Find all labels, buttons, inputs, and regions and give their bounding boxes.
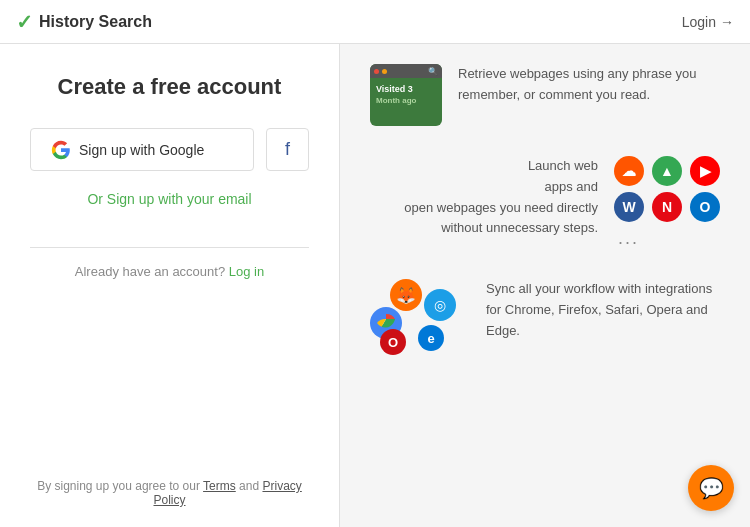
- header-left: ✓ History Search: [16, 10, 152, 34]
- terms-link[interactable]: Terms: [203, 479, 236, 493]
- signup-panel: Create a free account Sign up with Googl…: [0, 44, 340, 527]
- search-icon: 🔍: [428, 67, 438, 76]
- google-button-label: Sign up with Google: [79, 142, 204, 158]
- login-arrow-icon: →: [720, 14, 734, 30]
- create-account-title: Create a free account: [58, 74, 282, 100]
- chat-icon: 💬: [699, 476, 724, 500]
- already-account-text: Already have an account? Log in: [75, 264, 264, 279]
- google-icon: [51, 140, 71, 160]
- login-button[interactable]: Login →: [682, 14, 734, 30]
- netflix-icon: N: [652, 192, 682, 222]
- terms-text: By signing up you agree to our Terms and…: [30, 459, 309, 507]
- dot-red: [374, 69, 379, 74]
- feature3-description: Sync all your workflow with integrations…: [486, 279, 720, 341]
- apps-row-2: W N O: [614, 192, 720, 222]
- feature-apps: Launch webapps andopen webpages you need…: [370, 156, 720, 249]
- feature-sync: 🦊 ◎ O e Sync all your: [370, 279, 720, 354]
- or-divider: Or Sign up with your email: [87, 191, 251, 207]
- main-content: Create a free account Sign up with Googl…: [0, 44, 750, 527]
- outlook-icon: O: [690, 192, 720, 222]
- card-visited-label: Visited 3: [376, 84, 436, 96]
- googledrive-icon: ▲: [652, 156, 682, 186]
- apps-row-1: ☁ ▲ ▶: [614, 156, 720, 186]
- page-card-header: 🔍: [370, 64, 442, 78]
- firefox-icon: 🦊: [390, 279, 422, 311]
- word-icon: W: [614, 192, 644, 222]
- more-apps-dots: ...: [614, 228, 720, 249]
- google-signup-button[interactable]: Sign up with Google: [30, 128, 254, 171]
- logo-icon: ✓: [16, 10, 33, 34]
- soundcloud-icon: ☁: [614, 156, 644, 186]
- apps-and-text: apps and: [545, 179, 599, 194]
- opera-icon: O: [380, 329, 406, 355]
- login-label: Login: [682, 14, 716, 30]
- apps-container: ☁ ▲ ▶ W N O ...: [614, 156, 720, 249]
- feature1-description: Retrieve webpages using any phrase you r…: [458, 64, 720, 106]
- header: ✓ History Search Login →: [0, 0, 750, 44]
- card-time-label: Month ago: [376, 96, 436, 106]
- chat-button[interactable]: 💬: [688, 465, 734, 511]
- divider: [30, 247, 309, 248]
- edge-icon: e: [418, 325, 444, 351]
- browser-icons: 🦊 ◎ O e: [370, 279, 470, 354]
- apps-grid: ☁ ▲ ▶ W N O ...: [614, 156, 720, 249]
- page-card-body: Visited 3 Month ago: [370, 78, 442, 112]
- facebook-signup-button[interactable]: f: [266, 128, 309, 171]
- sign-up-email-link[interactable]: Sign up with your email: [107, 191, 252, 207]
- youtube-icon: ▶: [690, 156, 720, 186]
- social-buttons: Sign up with Google f: [30, 128, 309, 171]
- features-panel: 🔍 Visited 3 Month ago Retrieve webpages …: [340, 44, 750, 527]
- feature2-description: Launch webapps andopen webpages you need…: [370, 156, 598, 239]
- feature-retrieve: 🔍 Visited 3 Month ago Retrieve webpages …: [370, 64, 720, 126]
- log-in-link[interactable]: Log in: [229, 264, 264, 279]
- dot-yellow: [382, 69, 387, 74]
- safari-icon: ◎: [424, 289, 456, 321]
- facebook-icon: f: [285, 139, 290, 160]
- page-card: 🔍 Visited 3 Month ago: [370, 64, 442, 126]
- or-text: Or: [87, 191, 103, 207]
- app-title: History Search: [39, 13, 152, 31]
